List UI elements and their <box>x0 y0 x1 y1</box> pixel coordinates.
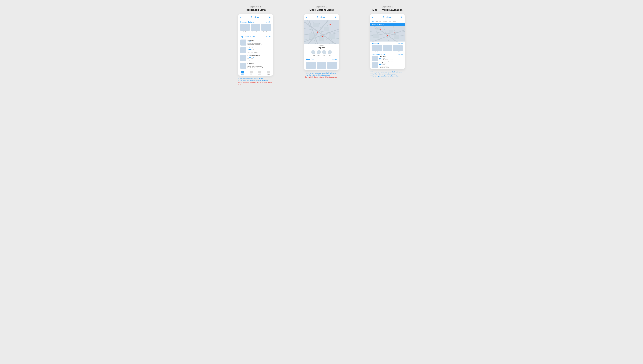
list-item-4-title: 4. Kitty Su <box>248 63 271 64</box>
exp3-must-see-card-3[interactable]: India Gate <box>393 45 403 52</box>
exp1-feedback-3: - Loss of context, don't know how far di… <box>238 82 273 85</box>
bottom-nav-hotels[interactable]: Hotels <box>256 70 264 75</box>
exp3-top-eat-header: Top Places to Eat See All › <box>372 54 403 56</box>
exp2-feedback: + Gives context in terms of where the lo… <box>304 72 339 78</box>
exp3-must-see-card-1[interactable]: Red Fort <box>372 45 382 52</box>
bottom-nav-food[interactable]: Food <box>238 70 247 75</box>
cat-food[interactable]: Food <box>311 50 315 56</box>
explorations-container: Exploration 1 Text Based Lists ‹ Explore… <box>221 6 422 85</box>
must-see-card-3[interactable] <box>327 62 337 69</box>
exploration-1-phone: ‹ Explore ⚲ Summer Delights See All › Re… <box>238 14 273 76</box>
top-places-header: Top Places to Eat See All › <box>238 35 273 39</box>
summer-delights-cards: Red Fort National Museum India Gate <box>238 24 273 34</box>
exp3-map[interactable]: 📍 📍 📍 <box>370 26 405 42</box>
exp3-top-eat-see-all[interactable]: See All › <box>398 54 403 55</box>
exp2-must-see-title: Must See <box>306 58 314 60</box>
exploration-2-number: Exploration 2 <box>316 6 327 8</box>
cat-bars[interactable]: Bars <box>322 50 326 56</box>
exp3-eat-title-1: 1. Big Chill <box>379 56 403 58</box>
exp3-eat-item-1[interactable]: 1. Big Chill Burgers, Sandwiches, Cakes … <box>372 56 403 62</box>
exp2-search-icon[interactable]: ⚲ <box>335 16 337 19</box>
exp3-search-icon[interactable]: ⚲ <box>401 16 403 19</box>
food-cat-label: Food <box>312 55 315 56</box>
bottom-nav-see[interactable]: See <box>247 70 256 75</box>
top-places-see-all[interactable]: See All › <box>266 36 271 38</box>
list-item-3-title: 3. National Museum <box>248 55 271 56</box>
list-item-2-addr: 120, Purana Qila Rd. <box>248 52 271 53</box>
list-item-3-cats: History, Art <box>248 58 271 60</box>
category-icons-row: Food Hotels Bars See <box>304 50 339 57</box>
national-museum-img <box>251 24 260 31</box>
exp3-nav-tabs: All See Eat Events Rest Play <box>370 20 405 23</box>
cat-hotels[interactable]: Hotels <box>317 50 321 56</box>
image-card-red-fort[interactable]: Red Fort <box>240 24 250 32</box>
exp2-title: Explore <box>307 16 335 19</box>
exploration-2-phone: ‹ Explore ⚲ <box>304 14 339 70</box>
exploration-1-title: Text Based Lists <box>245 8 266 12</box>
image-card-national-museum[interactable]: National Museum <box>251 24 260 32</box>
exp3-top-eat-title: Top Places to Eat <box>372 54 385 56</box>
svg-rect-20 <box>394 35 399 39</box>
exp3-must-see-card-2[interactable]: National Museum <box>383 45 392 52</box>
exp3-eat-cats-2: Places of Attraction <box>379 66 403 67</box>
map-pin-1[interactable]: 📍 <box>329 24 332 26</box>
top-places-title: Top Places to Eat <box>240 36 255 38</box>
see-cat-label: See <box>329 55 331 56</box>
summer-delights-see-all[interactable]: See All › <box>266 21 271 23</box>
map-background: 📍 📍 📍 <box>304 20 339 44</box>
exp3-must-see-img-3 <box>393 45 403 51</box>
exp2-must-see-see-all[interactable]: See All › <box>332 58 337 60</box>
exp2-must-see-header: Must See See All › <box>304 57 339 61</box>
tab-play[interactable]: Play <box>393 21 396 23</box>
bottom-nav-bars[interactable]: Bars <box>264 70 273 75</box>
tab-all[interactable]: All <box>372 21 374 23</box>
red-fort-img <box>240 24 250 31</box>
tab-rest[interactable]: Rest <box>389 21 391 23</box>
exploration-3-column: Exploration 3 Map + Hybrid Navigation ‹ … <box>359 6 416 77</box>
list-item-3-stars <box>248 57 271 58</box>
image-card-india-gate[interactable]: India Gate <box>261 24 271 32</box>
map-pin-3[interactable]: 📍 <box>321 36 324 38</box>
exp1-feedback-1: + See more information without scrolling <box>238 78 273 79</box>
list-item-2[interactable]: 2. Red Fort Places of Attraction 120, Pu… <box>238 46 273 54</box>
list-item-2-cats: Places of Attraction <box>248 50 271 52</box>
must-see-card-1[interactable] <box>306 62 316 69</box>
list-item-4-img <box>240 63 246 69</box>
food-icon <box>241 70 244 74</box>
national-museum-label: National Museum <box>251 31 260 32</box>
bars-label: Bars <box>267 74 270 75</box>
see-icon <box>250 70 253 74</box>
map-pin-2[interactable]: 📍 <box>316 31 319 34</box>
exp2-must-see-cards <box>304 61 339 70</box>
list-item-3[interactable]: 3. National Museum History, Art 11A, Jan… <box>238 54 273 62</box>
list-item-3-img <box>240 55 246 61</box>
exp3-eat-addr-1: H5 5, Kailash Colony Road, GK <box>379 60 403 62</box>
bottom-sheet-handle[interactable] <box>304 44 339 46</box>
exp3-map-pin-2[interactable]: 📍 <box>394 32 396 34</box>
exp3-eat-item-2[interactable]: 2. Red Fort Places of Attraction 120, Pu… <box>372 62 403 68</box>
exp3-must-see-see-all[interactable]: See All › <box>398 43 403 44</box>
exp3-must-see-label-3: India Gate <box>393 52 403 52</box>
bars-icon <box>267 70 270 74</box>
exp3-filter-bar[interactable]: FILTER BY: BEST ∨ <box>370 23 405 26</box>
exp2-map[interactable]: 📍 📍 📍 <box>304 20 339 44</box>
exp1-feedback-2: + Can easily filter between different ca… <box>238 80 273 81</box>
tab-eat[interactable]: Eat <box>379 21 381 23</box>
exp3-must-see-section: Must See See All › Red Fort National Mus… <box>370 42 405 53</box>
exploration-3-number: Exploration 3 <box>382 6 393 8</box>
exploration-2-column: Exploration 2 Map+ Bottom Sheet ‹ Explor… <box>293 6 350 78</box>
list-item-4[interactable]: 4. Kitty Su Nightlife, Entertainment, So… <box>238 62 273 70</box>
exp3-feedback: + Gives context in terms of where the lo… <box>370 71 405 77</box>
search-icon[interactable]: ⚲ <box>269 16 271 19</box>
cat-see[interactable]: See <box>328 50 332 56</box>
tab-events[interactable]: Events <box>383 21 387 23</box>
must-see-card-2[interactable] <box>317 62 326 69</box>
exp3-map-pin-3[interactable]: 📍 <box>386 35 388 37</box>
list-item-1-addr: H5 5, Kailash Colony Road, GK <box>248 44 271 45</box>
exp3-eat-img-2 <box>372 62 378 68</box>
exp2-feedback-3: - Can't quickly change between different… <box>304 76 339 78</box>
list-item-1[interactable]: 1. Big Chill Burgers, Sandwiches, Cakes … <box>238 39 273 46</box>
exp3-map-pin-1[interactable]: 📍 <box>379 29 381 31</box>
exploration-2-title: Map+ Bottom Sheet <box>309 8 334 12</box>
tab-see[interactable]: See <box>375 21 378 23</box>
